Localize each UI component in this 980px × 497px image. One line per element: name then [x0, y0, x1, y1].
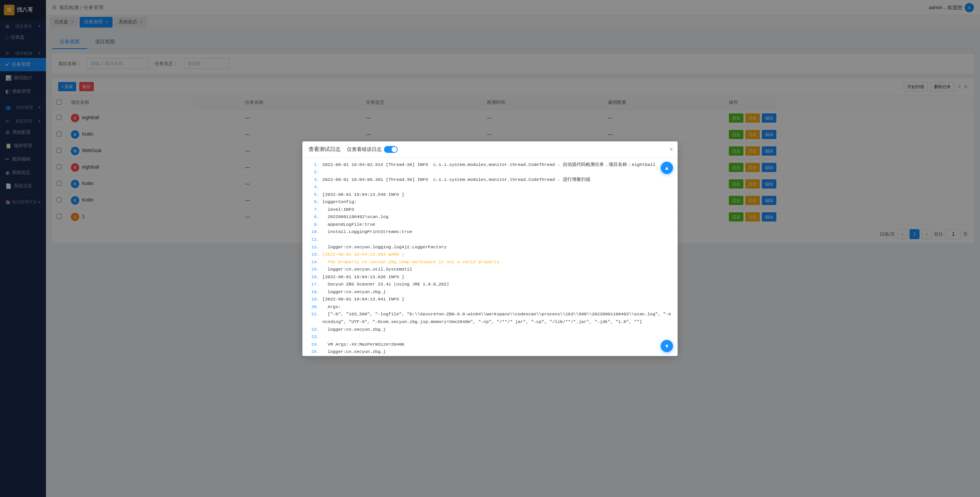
log-line-number: 20. [309, 303, 319, 311]
log-line-number: 13. [309, 251, 319, 258]
log-line-number: 3. [309, 176, 319, 184]
log-line-text: logger:cn.secyun.zbg.j [322, 348, 671, 356]
log-content: 1.2022-08-01 19:04:02.914 [Thread-38] IN… [302, 158, 678, 356]
log-line-text: logger:cn.secyun.zbg.j [322, 326, 671, 333]
log-line: 3.2022-08-01 19:04:09.391 [Thread-38] IN… [309, 176, 671, 184]
log-line-text: 2022-08-01 19:04:09.391 [Thread-38] INFO… [322, 176, 671, 184]
log-line: 2. [309, 168, 671, 176]
log-line-number: 12. [309, 243, 319, 251]
log-line-text: Secyun ZBG Scanner 23.41 (using JRE 1.8.… [322, 280, 671, 288]
log-line-text: [2022-08-01 19:04:13.636 INFO ] [322, 273, 671, 281]
modal-title: 查看测试日志 [309, 146, 341, 153]
log-line: 12. logger:cn.secyun.logging.log4j2.Logg… [309, 243, 671, 251]
log-line: 23. [309, 333, 671, 341]
log-line-number: 9. [309, 221, 319, 228]
log-line-number: 19. [309, 295, 319, 303]
log-line: 9. appendLogFile:true [309, 221, 671, 228]
log-line-number: 17. [309, 280, 319, 288]
scroll-bottom-btn[interactable]: ▼ [661, 340, 673, 352]
log-line-number: 11. [309, 236, 319, 243]
log-line-number: 16. [309, 273, 319, 281]
log-line-text [322, 183, 671, 191]
log-line: 18. logger:cn.secyun.zbg.j [309, 288, 671, 296]
log-line-text: Args: [322, 303, 671, 311]
log-line-text: appendLogFile:true [322, 221, 671, 228]
log-line-text: 2022-08-01 19:04:02.914 [Thread-38] INFO… [322, 161, 671, 169]
log-line-number: 2. [309, 168, 319, 176]
log-line: 26.[2022-08-01 19:04:13.703 ERROR] [309, 356, 671, 356]
log-line: 10. install.LoggingPrintStreams:true [309, 228, 671, 236]
log-line: 6.loggerConfig: [309, 198, 671, 206]
log-line: 8. 20220801190402\scan.log [309, 213, 671, 221]
log-line: 13.[2022-08-01 19:04:13.603 WARN ] [309, 251, 671, 258]
log-line-text: loggerConfig: [322, 198, 671, 206]
log-line-number: 23. [309, 333, 319, 341]
log-line: 25. logger:cn.secyun.zbg.j [309, 348, 671, 356]
modal-body: ▲ 1.2022-08-01 19:04:02.914 [Thread-38] … [302, 158, 678, 356]
log-line-text [322, 168, 671, 176]
log-line-number: 1. [309, 161, 319, 169]
log-line-number: 10. [309, 228, 319, 236]
log-line: 21. ["-b", "163_590", "-logfile", "D:\\S… [309, 310, 671, 325]
log-line-number: 24. [309, 341, 319, 348]
log-line-number: 4. [309, 183, 319, 191]
log-line: 16.[2022-08-01 19:04:13.636 INFO ] [309, 273, 671, 281]
log-line-number: 22. [309, 326, 319, 333]
scroll-top-btn[interactable]: ▲ [661, 162, 673, 174]
log-line-number: 7. [309, 206, 319, 213]
log-line: 11. [309, 236, 671, 243]
log-line-number: 15. [309, 266, 319, 273]
log-line-text: level:INFO [322, 206, 671, 213]
log-line-text: VM Args:-XX:MaxPermSize=2048m [322, 341, 671, 348]
log-line-text: logger:cn.secyun.zbg.j [322, 288, 671, 296]
log-line-text [322, 333, 671, 341]
log-line: 24. VM Args:-XX:MaxPermSize=2048m [309, 341, 671, 348]
log-line: 1.2022-08-01 19:04:02.914 [Thread-38] IN… [309, 161, 671, 169]
log-line-text: [2022-08-01 19:04:13.549 INFO ] [322, 191, 671, 198]
modal-header: 查看测试日志 仅查看错误日志 × [302, 141, 678, 158]
error-log-label: 仅查看错误日志 [347, 146, 382, 153]
log-line-text: [2022-08-01 19:04:13.603 WARN ] [322, 251, 671, 258]
log-line-text: [2022-08-01 19:04:13.641 INFO ] [322, 295, 671, 303]
modal-overlay: 查看测试日志 仅查看错误日志 × ▲ 1.2022-08-01 19:04:02… [0, 0, 980, 497]
log-modal: 查看测试日志 仅查看错误日志 × ▲ 1.2022-08-01 19:04:02… [302, 141, 678, 356]
log-line: 5.[2022-08-01 19:04:13.549 INFO ] [309, 191, 671, 198]
log-line-text: 20220801190402\scan.log [322, 213, 671, 221]
log-line-text [322, 236, 671, 243]
log-line-number: 8. [309, 213, 319, 221]
log-line-number: 14. [309, 258, 319, 266]
log-line-text: ["-b", "163_590", "-logfile", "D:\\Secur… [322, 310, 671, 325]
log-line: 22. logger:cn.secyun.zbg.j [309, 326, 671, 333]
log-line-number: 6. [309, 198, 319, 206]
log-line-text: install.LoggingPrintStreams:true [322, 228, 671, 236]
log-line-number: 21. [309, 310, 319, 325]
log-line-number: 18. [309, 288, 319, 296]
log-line: 19.[2022-08-01 19:04:13.641 INFO ] [309, 295, 671, 303]
log-line-text: The property cn.secyun.zbg.temp-workspac… [322, 258, 671, 266]
modal-close-btn[interactable]: × [670, 146, 673, 153]
log-line-text: logger:cn.secyun.util.SystemUtil [322, 266, 671, 273]
log-line: 14. The property cn.secyun.zbg.temp-work… [309, 258, 671, 266]
error-log-toggle-container: 仅查看错误日志 [347, 146, 398, 153]
log-line: 4. [309, 183, 671, 191]
log-line-text: [2022-08-01 19:04:13.703 ERROR] [322, 356, 671, 356]
error-log-toggle[interactable] [384, 146, 398, 153]
log-line: 15. logger:cn.secyun.util.SystemUtil [309, 266, 671, 273]
log-line: 20. Args: [309, 303, 671, 311]
log-line-text: logger:cn.secyun.logging.log4j2.LoggerFa… [322, 243, 671, 251]
log-line-number: 25. [309, 348, 319, 356]
log-line: 17. Secyun ZBG Scanner 23.41 (using JRE … [309, 280, 671, 288]
log-line-number: 5. [309, 191, 319, 198]
log-line-number: 26. [309, 356, 319, 356]
log-line: 7. level:INFO [309, 206, 671, 213]
